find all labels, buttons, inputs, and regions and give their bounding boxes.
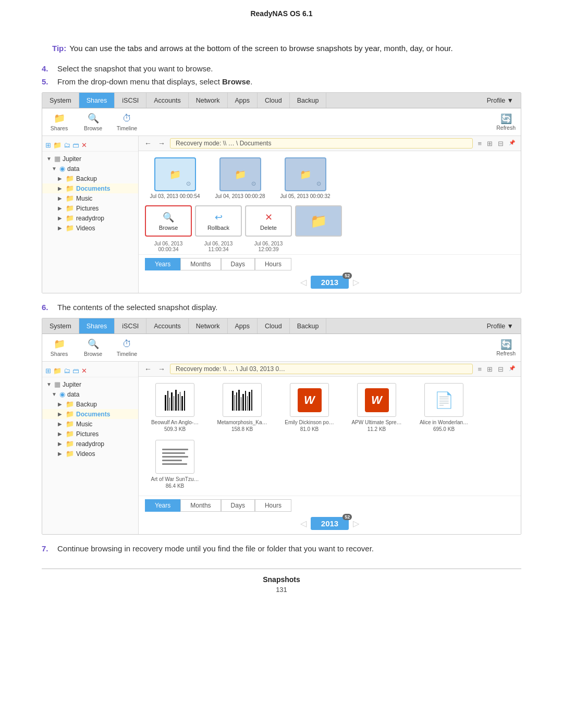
toolbar2-shares[interactable]: 📁 Shares: [47, 338, 71, 357]
doc-item-apw[interactable]: W APW Ultimate Spre…11.2 KB: [347, 383, 407, 433]
tree2-icon-3[interactable]: 🗂: [64, 367, 70, 375]
step-5: 5. From the drop-down menu that displays…: [42, 77, 521, 86]
nav-cloud[interactable]: Cloud: [258, 93, 290, 108]
large-view-icon[interactable]: ⊟: [496, 139, 505, 148]
emily-name: Emily Dickinson po…81.0 KB: [285, 419, 334, 433]
doc-item-alice[interactable]: 📄 Alice in Wonderlan…695.0 KB: [414, 383, 474, 433]
beowulf-thumb: [155, 383, 194, 417]
tree-row-pictures[interactable]: ▶ 📁 Pictures: [42, 203, 138, 213]
tree-row-readydrop[interactable]: ▶ 📁 readydrop: [42, 213, 138, 223]
pin-icon[interactable]: 📌: [507, 139, 517, 148]
tree-icon-delete[interactable]: ✕: [81, 141, 87, 149]
nav2-system[interactable]: System: [42, 318, 79, 334]
list-view-icon[interactable]: ≡: [476, 139, 483, 148]
tab-years-1[interactable]: Years: [145, 258, 180, 270]
tree-row-videos[interactable]: ▶ 📁 Videos: [42, 223, 138, 233]
nav-bar-1: System Shares iSCSI Accounts Network App…: [42, 93, 521, 108]
tree-icon-1[interactable]: ⊞: [45, 141, 51, 149]
list2-view-icon[interactable]: ≡: [476, 365, 483, 374]
pin2-icon[interactable]: 📌: [507, 365, 517, 374]
year-bar-1: ◁ 2013 52 ▷: [139, 274, 521, 293]
tree-icon-2[interactable]: 📁: [53, 141, 62, 149]
doc-item-artofwar[interactable]: Art of War SunTzu…86.4 KB: [145, 440, 205, 489]
tree-row-music[interactable]: ▶ 📁 Music: [42, 193, 138, 203]
step-7: 7. Continue browsing in recovery mode un…: [42, 544, 521, 553]
tree2-icon-2[interactable]: 📁: [53, 367, 62, 375]
footer-page: 131: [42, 586, 521, 594]
toolbar-refresh[interactable]: 🔄 Refresh: [496, 113, 516, 131]
tree2-row-backup[interactable]: ▶ 📁 Backup: [42, 399, 138, 409]
nav2-shares[interactable]: Shares: [79, 318, 115, 334]
tree2-row-pictures[interactable]: ▶ 📁 Pictures: [42, 429, 138, 439]
forward-button[interactable]: →: [156, 139, 167, 147]
year-next-arrow[interactable]: ▷: [353, 277, 359, 287]
tab2-years[interactable]: Years: [145, 499, 180, 512]
nav-network[interactable]: Network: [189, 93, 228, 108]
nav-profile[interactable]: Profile ▼: [480, 93, 521, 108]
toolbar-timeline[interactable]: ⏱ Timeline: [115, 113, 139, 131]
grid2-view-icon[interactable]: ⊞: [485, 365, 494, 374]
tree-row-documents[interactable]: ▶ 📁 Documents: [42, 183, 138, 193]
tree2-row-data[interactable]: ▼ ◉ data: [42, 389, 138, 399]
nav2-profile[interactable]: Profile ▼: [480, 318, 521, 334]
delete-action-btn[interactable]: ✕ Delete: [245, 205, 292, 237]
tree-row-jupiter[interactable]: ▼ ▦ Jupiter: [42, 154, 138, 164]
back-button[interactable]: ←: [143, 139, 153, 147]
tab-hours-1[interactable]: Hours: [255, 258, 291, 270]
toolbar-shares[interactable]: 📁 Shares: [47, 113, 71, 131]
tree2-row-readydrop[interactable]: ▶ 📁 readydrop: [42, 439, 138, 449]
nav2-cloud[interactable]: Cloud: [258, 318, 290, 334]
nav-accounts[interactable]: Accounts: [146, 93, 188, 108]
tree2-icon-delete[interactable]: ✕: [81, 367, 87, 375]
tree-row-backup[interactable]: ▶ 📁 Backup: [42, 174, 138, 183]
office-badge-1: W: [298, 388, 322, 412]
year2-next-arrow[interactable]: ▷: [353, 519, 359, 528]
nav2-iscsi[interactable]: iSCSI: [115, 318, 146, 334]
tab-days-1[interactable]: Days: [221, 258, 255, 270]
tree2-row-music[interactable]: ▶ 📁 Music: [42, 419, 138, 429]
snapshot-item-2[interactable]: 📁 ⊙ Jul 04, 2013 00:00:28: [210, 157, 270, 199]
nav-backup[interactable]: Backup: [290, 93, 327, 108]
toolbar2-refresh[interactable]: 🔄 Refresh: [496, 339, 516, 356]
back2-button[interactable]: ←: [143, 365, 153, 373]
snapshot-item-3[interactable]: 📁 ⊙ Jul 05, 2013 00:00:32: [275, 157, 335, 199]
toolbar2-browse[interactable]: 🔍 Browse: [81, 338, 105, 357]
nav2-backup[interactable]: Backup: [290, 318, 327, 334]
toolbar-browse[interactable]: 🔍 Browse: [81, 113, 105, 131]
grid-view-icon[interactable]: ⊞: [485, 139, 494, 148]
nav-system[interactable]: System: [42, 93, 79, 108]
nav2-apps[interactable]: Apps: [228, 318, 258, 334]
doc-item-metamorphosis[interactable]: Metamorphosis_Ka…158.8 KB: [212, 383, 272, 433]
toolbar2-timeline[interactable]: ⏱ Timeline: [115, 339, 139, 357]
tree2-row-documents[interactable]: ▶ 📁 Documents: [42, 409, 138, 419]
year2-prev-arrow[interactable]: ◁: [300, 519, 307, 528]
browse-action-btn[interactable]: 🔍 Browse: [145, 205, 192, 237]
doc-item-beowulf[interactable]: Beowulf An Anglo-…509.3 KB: [145, 383, 205, 433]
tree-icon-4[interactable]: 🗃: [72, 141, 79, 149]
doc-item-emily[interactable]: W Emily Dickinson po…81.0 KB: [279, 383, 339, 433]
text-lines-icon: [158, 443, 192, 470]
tab2-months[interactable]: Months: [180, 499, 221, 512]
tab-months-1[interactable]: Months: [180, 258, 221, 270]
tab2-days[interactable]: Days: [221, 499, 255, 512]
nav-iscsi[interactable]: iSCSI: [115, 93, 146, 108]
tree2-row-videos[interactable]: ▶ 📁 Videos: [42, 449, 138, 459]
snapshot-item-1[interactable]: 📁 ⊙ Jul 03, 2013 00:00:54: [145, 157, 205, 199]
snapshot-item-4th[interactable]: 📁: [295, 205, 342, 237]
nav2-accounts[interactable]: Accounts: [146, 318, 188, 334]
nav2-network[interactable]: Network: [189, 318, 228, 334]
tree2-row-jupiter[interactable]: ▼ ▦ Jupiter: [42, 379, 138, 389]
large2-view-icon[interactable]: ⊟: [496, 365, 505, 374]
tree2-icon-1[interactable]: ⊞: [45, 367, 51, 375]
rollback-action-btn[interactable]: ↩ Rollback: [195, 205, 242, 237]
tree-icon-3[interactable]: 🗂: [64, 141, 70, 149]
nav-shares[interactable]: Shares: [79, 93, 115, 108]
emily-thumb: W: [290, 383, 329, 417]
tree2-icon-4[interactable]: 🗃: [72, 367, 79, 375]
forward2-button[interactable]: →: [156, 365, 167, 373]
year-prev-arrow[interactable]: ◁: [300, 277, 307, 287]
tab2-hours[interactable]: Hours: [255, 499, 291, 512]
tree-row-data[interactable]: ▼ ◉ data: [42, 164, 138, 174]
documents2-folder-icon: 📁: [66, 410, 74, 418]
nav-apps[interactable]: Apps: [228, 93, 258, 108]
